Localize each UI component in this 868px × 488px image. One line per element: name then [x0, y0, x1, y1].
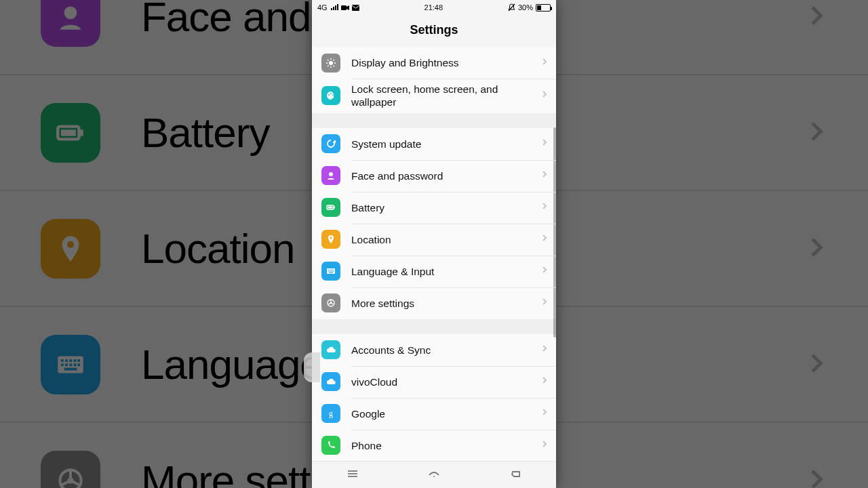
- chevron-right-icon: [540, 344, 549, 356]
- bg-row-label: Battery: [141, 108, 269, 157]
- svg-rect-11: [61, 363, 64, 366]
- svg-rect-40: [328, 207, 333, 209]
- svg-rect-48: [328, 271, 329, 272]
- svg-point-36: [332, 94, 334, 96]
- settings-row-label: System update: [351, 138, 540, 150]
- stage: Face and passwordBatteryLocationLanguage…: [0, 0, 868, 488]
- chevron-right-icon: [540, 375, 549, 388]
- battery-icon: [41, 103, 100, 163]
- battery-percent: 30%: [518, 3, 533, 12]
- settings-row-label: Google: [351, 407, 540, 420]
- svg-rect-10: [77, 359, 80, 362]
- svg-rect-53: [329, 272, 333, 273]
- nav-home-button[interactable]: [427, 467, 441, 483]
- svg-line-30: [328, 60, 329, 61]
- chevron-right-icon: [804, 352, 827, 378]
- battery-icon: [321, 198, 340, 217]
- svg-point-25: [329, 61, 333, 65]
- settings-row-label: Face and password: [351, 169, 540, 182]
- status-left: 4G: [317, 3, 359, 12]
- page-title: Settings: [312, 15, 556, 47]
- settings-row-display[interactable]: Display and Brightness: [312, 47, 556, 79]
- svg-rect-52: [333, 271, 334, 272]
- chevron-right-icon: [540, 439, 549, 451]
- status-right: 30%: [508, 3, 551, 12]
- svg-rect-39: [334, 207, 336, 209]
- settings-row-phone[interactable]: Phone: [312, 430, 556, 461]
- svg-point-4: [67, 241, 74, 247]
- settings-row-lang[interactable]: Language & Input: [312, 256, 556, 287]
- settings-row-label: More settings: [351, 297, 540, 310]
- svg-line-57: [331, 303, 334, 304]
- settings-row-lockwall[interactable]: Lock screen, home screen, and wallpaper: [312, 79, 556, 113]
- settings-list[interactable]: Display and BrightnessLock screen, home …: [312, 47, 556, 461]
- svg-rect-13: [69, 363, 72, 366]
- system-navbar: [312, 461, 556, 488]
- svg-line-20: [71, 481, 79, 485]
- network-label: 4G: [317, 3, 328, 12]
- svg-rect-51: [332, 271, 333, 272]
- gear-icon: [41, 451, 100, 489]
- chevron-right-icon: [540, 169, 549, 182]
- settings-row-location[interactable]: Location: [312, 224, 556, 256]
- nav-recent-button[interactable]: [346, 467, 359, 483]
- nav-back-button[interactable]: [509, 467, 522, 483]
- svg-point-37: [329, 172, 333, 176]
- chevron-right-icon: [540, 233, 549, 245]
- phone-icon: [321, 436, 340, 455]
- cloud-icon: [321, 340, 340, 359]
- svg-rect-12: [65, 363, 68, 366]
- settings-row-sysupdate[interactable]: System update: [312, 128, 556, 160]
- svg-line-31: [334, 65, 335, 66]
- svg-rect-14: [74, 363, 77, 366]
- google-icon: g: [321, 404, 340, 423]
- svg-rect-6: [61, 359, 64, 362]
- svg-rect-15: [77, 363, 80, 366]
- chevron-right-icon: [540, 407, 549, 420]
- settings-row-vivocloud[interactable]: vivoCloud: [312, 366, 556, 398]
- svg-point-41: [330, 237, 332, 239]
- settings-group: Accounts & SyncvivoCloudgGooglePhone: [312, 334, 556, 461]
- status-time: 21:48: [425, 3, 443, 12]
- keyboard-icon: [41, 335, 100, 394]
- chevron-right-icon: [804, 468, 827, 489]
- svg-line-21: [62, 481, 71, 485]
- settings-row-battery[interactable]: Battery: [312, 192, 556, 224]
- settings-group: Display and BrightnessLock screen, home …: [312, 47, 556, 113]
- settings-row-more[interactable]: More settings: [312, 287, 556, 319]
- svg-rect-47: [333, 270, 334, 270]
- chevron-right-icon: [540, 297, 549, 309]
- svg-rect-22: [341, 5, 347, 10]
- settings-row-label: Battery: [351, 201, 540, 214]
- cloud-icon: [321, 372, 340, 391]
- palette-icon: [321, 86, 340, 105]
- svg-rect-9: [74, 359, 77, 362]
- settings-row-label: Accounts & Sync: [351, 344, 540, 357]
- settings-row-facepwd[interactable]: Face and password: [312, 160, 556, 192]
- pin-icon: [321, 230, 340, 249]
- settings-row-google[interactable]: gGoogle: [312, 398, 556, 430]
- svg-rect-3: [61, 129, 76, 136]
- battery-icon: [536, 4, 551, 12]
- face-icon: [321, 166, 340, 185]
- settings-row-label: Lock screen, home screen, and wallpaper: [351, 83, 540, 109]
- svg-point-63: [433, 476, 435, 477]
- svg-text:g: g: [329, 409, 333, 418]
- dnd-icon: [508, 3, 515, 12]
- svg-rect-50: [331, 271, 332, 272]
- settings-row-label: vivoCloud: [351, 375, 540, 388]
- svg-rect-2: [80, 129, 83, 136]
- svg-line-58: [328, 303, 331, 304]
- settings-row-label: Phone: [351, 439, 540, 452]
- signal-icon: [330, 4, 338, 11]
- settings-row-label: Language & Input: [351, 265, 540, 278]
- settings-row-label: Display and Brightness: [351, 56, 540, 69]
- svg-rect-7: [65, 359, 68, 362]
- side-handle[interactable]: [304, 352, 320, 382]
- bg-row-label: Location: [141, 224, 294, 272]
- mail-icon: [352, 5, 359, 11]
- settings-row-accounts[interactable]: Accounts & Sync: [312, 334, 556, 366]
- svg-rect-45: [331, 270, 332, 270]
- svg-rect-44: [330, 270, 330, 270]
- chevron-right-icon: [540, 89, 549, 102]
